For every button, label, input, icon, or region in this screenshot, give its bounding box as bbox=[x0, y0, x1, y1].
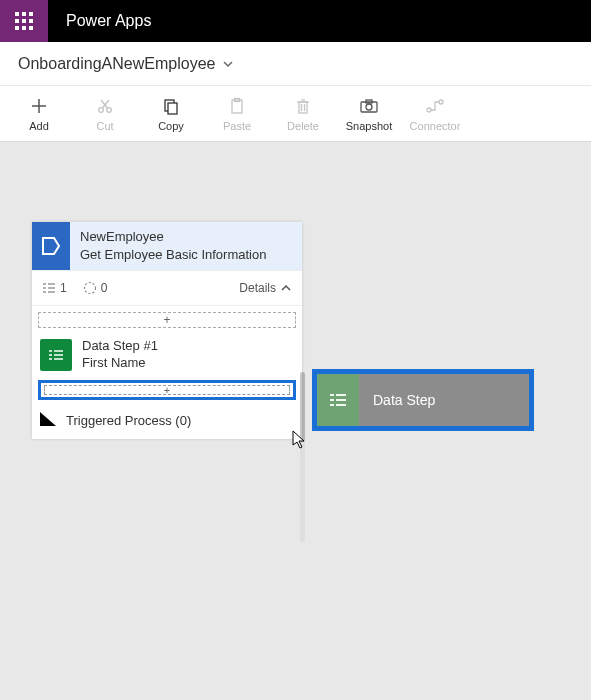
workflow-stage-card[interactable]: NewEmployee Get Employee Basic Informati… bbox=[32, 222, 302, 439]
pending-count: 0 bbox=[83, 281, 108, 295]
svg-marker-29 bbox=[43, 238, 59, 254]
camera-icon bbox=[359, 96, 379, 116]
copy-icon bbox=[162, 96, 180, 116]
copy-label: Copy bbox=[158, 120, 184, 132]
svg-point-25 bbox=[366, 104, 372, 110]
details-toggle[interactable]: Details bbox=[239, 281, 292, 295]
svg-marker-43 bbox=[40, 412, 56, 426]
breadcrumb-name[interactable]: OnboardingANewEmployee bbox=[18, 55, 215, 73]
waffle-icon bbox=[15, 12, 33, 30]
paste-label: Paste bbox=[223, 120, 251, 132]
scrollbar-thumb[interactable] bbox=[300, 372, 305, 442]
plus-indicator: + bbox=[163, 313, 170, 327]
svg-point-11 bbox=[99, 107, 104, 112]
drag-ghost-data-step[interactable]: Data Step bbox=[312, 369, 534, 431]
drag-ghost-label: Data Step bbox=[359, 392, 435, 408]
svg-rect-2 bbox=[29, 12, 33, 16]
stage-meta-row: 1 0 Details bbox=[32, 270, 302, 306]
scissors-icon bbox=[96, 96, 114, 116]
active-plus: + bbox=[164, 384, 170, 396]
connector-button[interactable]: Connector bbox=[402, 86, 468, 142]
insert-slot-top[interactable]: + bbox=[38, 312, 296, 328]
svg-point-36 bbox=[84, 283, 95, 294]
breadcrumb-bar: OnboardingANewEmployee bbox=[0, 42, 591, 86]
svg-rect-7 bbox=[22, 26, 26, 30]
svg-point-27 bbox=[427, 108, 431, 112]
stage-body: + Data Step #1 First Name + Triggered Pr… bbox=[32, 312, 302, 439]
app-header: Power Apps bbox=[0, 0, 591, 42]
add-button[interactable]: Add bbox=[6, 86, 72, 142]
svg-rect-8 bbox=[29, 26, 33, 30]
snapshot-label: Snapshot bbox=[346, 120, 392, 132]
connector-label: Connector bbox=[410, 120, 461, 132]
svg-rect-19 bbox=[299, 102, 307, 113]
svg-rect-6 bbox=[15, 26, 19, 30]
app-title: Power Apps bbox=[48, 0, 169, 42]
active-drop-slot[interactable]: + bbox=[38, 380, 296, 400]
paste-button[interactable]: Paste bbox=[204, 86, 270, 142]
clipboard-icon bbox=[228, 96, 246, 116]
svg-rect-4 bbox=[22, 19, 26, 23]
stage-header[interactable]: NewEmployee Get Employee Basic Informati… bbox=[32, 222, 302, 270]
stage-title: NewEmployee bbox=[80, 228, 266, 246]
pending-count-value: 0 bbox=[101, 281, 108, 295]
connector-icon bbox=[425, 96, 445, 116]
triggered-process-row[interactable]: Triggered Process (0) bbox=[38, 404, 296, 431]
svg-rect-16 bbox=[168, 103, 177, 114]
svg-rect-3 bbox=[15, 19, 19, 23]
delete-button[interactable]: Delete bbox=[270, 86, 336, 142]
svg-point-28 bbox=[439, 100, 443, 104]
designer-canvas[interactable]: NewEmployee Get Employee Basic Informati… bbox=[0, 142, 591, 700]
dashed-circle-icon bbox=[83, 281, 97, 295]
cut-label: Cut bbox=[96, 120, 113, 132]
stage-chevron-icon bbox=[32, 222, 70, 270]
chevron-down-icon[interactable] bbox=[221, 57, 235, 71]
delete-label: Delete bbox=[287, 120, 319, 132]
app-launcher-button[interactable] bbox=[0, 0, 48, 42]
stage-subtitle: Get Employee Basic Information bbox=[80, 246, 266, 264]
svg-point-12 bbox=[107, 107, 112, 112]
svg-rect-0 bbox=[15, 12, 19, 16]
list-icon bbox=[42, 282, 56, 294]
snapshot-button[interactable]: Snapshot bbox=[336, 86, 402, 142]
step-count-value: 1 bbox=[60, 281, 67, 295]
trash-icon bbox=[294, 96, 312, 116]
data-step-title: Data Step #1 bbox=[82, 338, 158, 355]
details-label: Details bbox=[239, 281, 276, 295]
data-step-icon bbox=[40, 339, 72, 371]
stage-header-text: NewEmployee Get Employee Basic Informati… bbox=[70, 222, 276, 270]
data-step-subtitle: First Name bbox=[82, 355, 158, 372]
data-step-icon bbox=[317, 374, 359, 426]
svg-rect-1 bbox=[22, 12, 26, 16]
svg-rect-5 bbox=[29, 19, 33, 23]
copy-button[interactable]: Copy bbox=[138, 86, 204, 142]
cut-button[interactable]: Cut bbox=[72, 86, 138, 142]
plus-icon bbox=[30, 96, 48, 116]
data-step-item[interactable]: Data Step #1 First Name bbox=[38, 334, 296, 376]
toolbar: Add Cut Copy Paste bbox=[0, 86, 591, 142]
step-count: 1 bbox=[42, 281, 67, 295]
add-label: Add bbox=[29, 120, 49, 132]
triggered-label: Triggered Process (0) bbox=[66, 413, 191, 428]
flag-icon bbox=[40, 412, 56, 429]
chevron-up-icon bbox=[280, 282, 292, 294]
